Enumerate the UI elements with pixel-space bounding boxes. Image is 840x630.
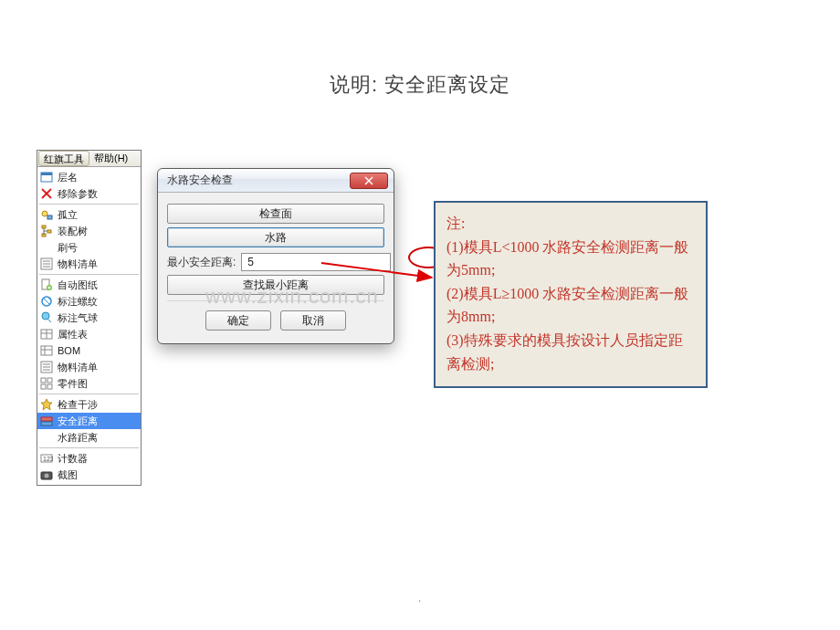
menubar: 红旗工具 帮助(H) xyxy=(37,151,141,167)
menu-item-label: 自动图纸 xyxy=(58,278,98,292)
menu-item-brush-number[interactable]: 刷号 xyxy=(37,239,141,256)
find-min-distance-button[interactable]: 查找最小距离 xyxy=(167,275,384,295)
ok-button[interactable]: 确定 xyxy=(205,310,271,331)
thread-icon xyxy=(39,294,54,309)
menu-item-label: 孤立 xyxy=(58,208,78,222)
svg-rect-32 xyxy=(41,384,46,389)
menu-item-label: 水路距离 xyxy=(58,431,98,445)
close-button[interactable] xyxy=(350,173,388,189)
menu-item-label: 检查干涉 xyxy=(58,398,98,412)
menu-item-counter[interactable]: 123 计数器 xyxy=(37,450,141,467)
menu-item-label: 物料清单 xyxy=(58,361,98,374)
menu-item-label: 截图 xyxy=(58,468,78,482)
menu-item-orphan[interactable]: 孤立 xyxy=(37,206,141,223)
annotation-line: 注: xyxy=(446,212,695,236)
footer-text: . xyxy=(418,592,421,604)
svg-rect-36 xyxy=(41,422,52,425)
annotation-line: (1)模具L<1000 水路安全检测距离一般为5mm; xyxy=(446,236,695,282)
svg-rect-35 xyxy=(41,417,52,421)
svg-rect-7 xyxy=(47,230,51,233)
menu-item-assembly-tree[interactable]: 装配树 xyxy=(37,223,141,239)
menubar-tab-help[interactable]: 帮助(H) xyxy=(90,151,131,166)
svg-marker-34 xyxy=(41,399,52,410)
close-icon xyxy=(363,176,374,185)
svg-rect-30 xyxy=(41,378,46,383)
menu-item-check-interference[interactable]: 检查干涉 xyxy=(37,396,141,413)
svg-rect-5 xyxy=(47,215,52,219)
dialog-button-row: 确定 取消 xyxy=(167,300,384,334)
slide-title: 说明: 安全距离设定 xyxy=(0,71,840,99)
menu-item-label: 计数器 xyxy=(58,452,88,466)
waterway-safety-dialog: 水路安全检查 检查面 水路 最小安全距离: 查找最小距离 确定 取消 xyxy=(157,168,394,344)
grid-icon xyxy=(39,376,54,391)
annotation-box: 注: (1)模具L<1000 水路安全检测距离一般为5mm; (2)模具L≥10… xyxy=(434,201,708,388)
dialog-titlebar[interactable]: 水路安全检查 xyxy=(158,169,394,193)
menu-item-label: 刷号 xyxy=(58,241,78,255)
min-distance-label: 最小安全距离: xyxy=(167,255,236,270)
menu-separator xyxy=(39,394,139,394)
counter-icon: 123 xyxy=(39,451,54,466)
menu-item-label: 物料清单 xyxy=(58,257,98,271)
menu-separator xyxy=(39,447,139,448)
menu-item-attribute-table[interactable]: 属性表 xyxy=(37,326,141,342)
menu-item-thread-note[interactable]: 标注螺纹 xyxy=(37,293,141,310)
tree-icon xyxy=(39,224,54,238)
menu-item-part-drawing[interactable]: 零件图 xyxy=(37,375,141,392)
menu-item-material-list-1[interactable]: 物料清单 xyxy=(37,256,141,272)
safety-icon xyxy=(39,414,54,428)
svg-rect-31 xyxy=(47,378,52,383)
min-distance-row: 最小安全距离: xyxy=(167,253,384,271)
star-icon xyxy=(39,397,54,412)
min-distance-input[interactable] xyxy=(241,253,391,271)
blank-icon xyxy=(39,240,54,255)
menu-item-label: 零件图 xyxy=(58,377,88,391)
menu-item-layer-name[interactable]: 层名 xyxy=(37,169,141,185)
layer-icon xyxy=(39,170,54,184)
dialog-body: 检查面 水路 最小安全距离: 查找最小距离 确定 取消 xyxy=(158,193,394,338)
doc-plus-icon xyxy=(39,278,54,292)
annotation-line: (2)模具L≥1000 水路安全检测距离一般为8mm; xyxy=(446,282,695,329)
waterway-button[interactable]: 水路 xyxy=(167,227,384,247)
menu-list: 层名 移除参数 孤立 装配树 刷号 xyxy=(37,167,141,485)
annotation-line: (3)特殊要求的模具按设计人员指定距离检测; xyxy=(446,329,695,375)
menu-item-waterway-distance[interactable]: 水路距离 xyxy=(37,429,141,446)
menu-item-safety-distance[interactable]: 安全距离 xyxy=(37,413,141,429)
cancel-button[interactable]: 取消 xyxy=(280,310,346,331)
svg-rect-6 xyxy=(42,226,46,228)
x-red-icon xyxy=(39,186,54,201)
menu-item-label: 安全距离 xyxy=(58,415,98,428)
menu-item-auto-drawing[interactable]: 自动图纸 xyxy=(37,277,141,293)
menubar-tab-tools[interactable]: 红旗工具 xyxy=(38,151,89,166)
dialog-title: 水路安全检查 xyxy=(167,173,350,188)
menu-item-label: BOM xyxy=(58,345,80,356)
svg-line-19 xyxy=(47,319,51,322)
menu-separator xyxy=(39,274,139,275)
menu-item-label: 移除参数 xyxy=(58,187,98,201)
orphan-icon xyxy=(39,207,54,222)
menu-item-label: 属性表 xyxy=(58,328,88,341)
balloon-icon xyxy=(39,310,54,325)
menu-item-label: 装配树 xyxy=(58,225,88,238)
menu-item-material-list-2[interactable]: 物料清单 xyxy=(37,359,141,375)
svg-rect-1 xyxy=(41,173,52,175)
svg-rect-33 xyxy=(47,384,52,389)
svg-point-40 xyxy=(45,474,49,478)
menu-item-label: 标注气球 xyxy=(58,311,98,325)
menu-item-balloon-note[interactable]: 标注气球 xyxy=(37,310,141,326)
menu-item-remove-params[interactable]: 移除参数 xyxy=(37,185,141,202)
svg-point-4 xyxy=(42,211,47,216)
menu-item-label: 标注螺纹 xyxy=(58,295,98,309)
list-icon xyxy=(39,257,54,271)
table-icon xyxy=(39,343,54,358)
svg-text:123: 123 xyxy=(43,456,53,462)
menu-item-screenshot[interactable]: 截图 xyxy=(37,467,141,483)
list-icon xyxy=(39,360,54,374)
menu-item-bom[interactable]: BOM xyxy=(37,342,141,359)
custom-tools-menu: 红旗工具 帮助(H) 层名 移除参数 孤立 装配树 xyxy=(37,150,142,486)
table-icon xyxy=(39,327,54,341)
menu-item-label: 层名 xyxy=(58,171,78,184)
check-face-button[interactable]: 检查面 xyxy=(167,204,384,224)
svg-point-18 xyxy=(42,312,49,320)
blank-icon xyxy=(39,430,54,445)
camera-icon xyxy=(39,467,54,482)
